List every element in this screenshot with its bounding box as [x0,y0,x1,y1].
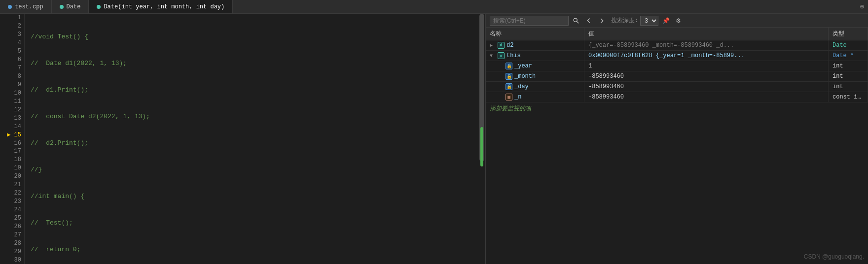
gutter-line: 7 [0,64,24,72]
gutter-line: 30 [0,256,24,264]
var-type: int [829,82,868,92]
depth-label: 搜索深度: [611,16,638,25]
tab-dot [8,5,12,9]
code-line: // Date d1(2022, 1, 13); [29,59,485,68]
svg-point-0 [574,18,577,22]
var-name-cell: 🔒 _month [486,71,584,81]
var-value: 0x000000f7c0f8f628 {_year=1 _month=-8589… [584,51,829,61]
gutter-line: 10 [0,89,24,97]
gutter-line: 13 [0,114,24,122]
gutter-line: 18 [0,156,24,164]
gutter-line: 27 [0,231,24,239]
gutter-line: 26 [0,222,24,231]
var-name: _month [514,73,536,80]
gutter-line: 16 [0,139,24,147]
var-icon: 🔒 [506,63,512,69]
settings-button[interactable]: ⚙ [674,16,683,25]
main-content: 1 2 3 4 5 6 7 8 9 10 11 12 13 14 ▶ 15 16… [0,14,868,264]
gutter-line: 4 [0,39,24,47]
code-line: // const Date d2(2022, 1, 13); [29,112,485,121]
var-name-cell: ▼ ◈ this [486,51,584,61]
var-type: int [829,61,868,71]
var-type: Date [829,40,868,50]
expand-arrow[interactable]: ▶ [490,42,496,48]
var-value: {_year=-858993460 _month=-858993460 _d..… [584,40,829,50]
gutter-line: 17 [0,147,24,156]
code-line: // d2.Print(); [29,139,485,148]
tab-label: test.cpp [15,3,43,10]
tab-test-cpp[interactable]: test.cpp [0,0,52,13]
debug-var-row: 🔒 _day -858993460 int [486,82,868,92]
debug-variables-table: 名称 值 类型 ▶ d d2 {_year=-858993460 _month=… [486,28,868,264]
debug-table-body: ▶ d d2 {_year=-858993460 _month=-8589934… [486,40,868,115]
tab-date[interactable]: Date [52,0,89,13]
var-icon: ◈ [498,52,505,59]
debug-var-row: 🔒 _month -858993460 int [486,71,868,82]
var-type: const int [829,92,868,102]
debug-var-row: ▼ ◈ this 0x000000f7c0f8f628 {_year=1 _mo… [486,51,868,61]
forward-button[interactable] [596,16,607,25]
back-button[interactable] [583,16,594,25]
var-type: Date * [829,51,868,61]
var-name: _day [514,83,529,90]
var-icon: 🔒 [506,83,512,90]
var-value: -858993460 [584,82,829,92]
table-header: 名称 值 类型 [486,28,868,40]
code-line: //int main() { [29,192,485,201]
gutter-line: 25 [0,214,24,223]
minimap-highlight [480,127,483,166]
code-line: //} [29,165,485,174]
watermark: CSDN @guoguoqiang. [804,253,864,260]
debug-search-input[interactable] [490,16,569,26]
var-name: _year [514,63,532,69]
gutter-line: 14 [0,122,24,131]
header-bar: test.cpp Date Date(int year, int month, … [0,0,868,14]
col-name: 名称 [486,28,584,40]
gutter-line: 28 [0,239,24,247]
debug-panel: 搜索深度: 3 1 2 4 5 📌 ⚙ 名称 值 类型 ▶ [486,14,868,264]
pin-button[interactable]: 📌 [660,16,672,25]
var-name-cell: 🔒 _year [486,61,584,71]
gutter-line: 9 [0,81,24,89]
tab-dot [60,5,64,9]
debug-toolbar: 搜索深度: 3 1 2 4 5 📌 ⚙ [486,14,868,28]
var-name-cell: ▶ d d2 [486,40,584,50]
var-icon: 🔒 [506,73,512,80]
tab-dot [97,5,101,9]
var-name: _n [514,94,521,100]
add-watch-row[interactable]: 添加要监视的项 [486,102,868,115]
gutter-line: 21 [0,181,24,189]
tab-label: Date(int year, int month, int day) [104,3,224,10]
tab-date-constructor[interactable]: Date(int year, int month, int day) [89,0,233,13]
code-area: 1 2 3 4 5 6 7 8 9 10 11 12 13 14 ▶ 15 16… [0,14,485,264]
var-name: d2 [506,42,513,49]
col-value: 值 [584,28,829,40]
code-line: //void Test() { [29,33,485,41]
col-type: 类型 [829,28,868,40]
debug-var-row: ▦ _n -858993460 const int [486,92,868,102]
depth-select[interactable]: 3 1 2 4 5 [640,16,658,26]
gutter-line: 2 [0,22,24,31]
code-line: // d1.Print(); [29,86,485,95]
gutter-line: 29 [0,247,24,256]
expand-button[interactable]: ⊕ [856,2,868,11]
gutter-line: 8 [0,72,24,81]
debug-var-row: 🔒 _year 1 int [486,61,868,71]
line-number-gutter: 1 2 3 4 5 6 7 8 9 10 11 12 13 14 ▶ 15 16… [0,14,25,264]
gutter-line: 20 [0,172,24,181]
search-button[interactable] [571,16,581,25]
var-name-cell: ▦ _n [486,92,584,102]
tab-label: Date [67,3,81,10]
vertical-scrollbar[interactable] [478,14,485,264]
var-icon: d [498,42,505,49]
gutter-line: 12 [0,105,24,114]
var-name-cell: 🔒 _day [486,82,584,92]
code-panel: 1 2 3 4 5 6 7 8 9 10 11 12 13 14 ▶ 15 16… [0,14,486,264]
gutter-line: 11 [0,97,24,105]
expand-arrow[interactable]: ▼ [490,53,496,59]
gutter-line: 1 [0,14,24,22]
gutter-line: 24 [0,206,24,214]
gutter-line: 19 [0,164,24,172]
gutter-line: 3 [0,31,24,39]
var-icon: ▦ [506,94,512,100]
